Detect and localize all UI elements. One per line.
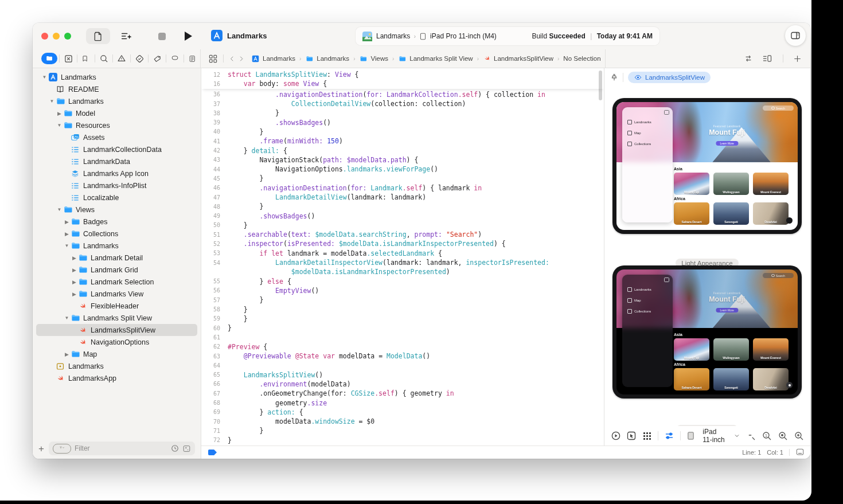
chevron-down-icon[interactable] bbox=[734, 433, 740, 438]
landmark-card[interactable]: Sahara Desert bbox=[674, 202, 709, 225]
search-field[interactable]: Search bbox=[763, 106, 794, 111]
code-line[interactable]: 66 .environment(modelData) bbox=[201, 380, 604, 389]
scheme-selector[interactable]: Landmarks › iPad Pro 11-inch (M4) Build … bbox=[356, 27, 659, 45]
app-sidebar-item[interactable]: Map bbox=[627, 131, 673, 135]
map-floating-button[interactable] bbox=[786, 382, 793, 388]
ipad-preview-dark[interactable]: Featured LandmarkMount FujiLearn MoreSea… bbox=[612, 265, 802, 398]
swap-editor-icon[interactable] bbox=[743, 54, 754, 62]
selectable-mode-icon[interactable] bbox=[627, 431, 636, 440]
code-line[interactable]: 69 } action: { bbox=[201, 408, 604, 417]
build-status[interactable]: Build Succeeded | Today at 9:41 AM bbox=[532, 32, 653, 40]
source-control-status-icon[interactable] bbox=[182, 445, 191, 452]
code-line[interactable]: 37 CollectionDetailView(collection: coll… bbox=[201, 99, 604, 108]
disclosure-right-icon[interactable]: ▶ bbox=[71, 279, 78, 285]
navigator-item-landmarks[interactable]: ▼Landmarks bbox=[36, 240, 197, 252]
navigator-item-landmark-detail[interactable]: ▶Landmark Detail bbox=[36, 252, 197, 264]
breadcrumb-item[interactable]: No Selection bbox=[563, 55, 600, 62]
navigator-item-landmark-grid[interactable]: ▶Landmark Grid bbox=[36, 264, 197, 276]
landmark-card[interactable]: Sahara Desert bbox=[674, 368, 709, 390]
code-line[interactable]: 64 bbox=[201, 361, 604, 370]
sidebar-toggle-icon[interactable] bbox=[664, 110, 669, 115]
navigator-tab-find[interactable] bbox=[97, 53, 111, 64]
navigator-item-landmarkdata[interactable]: LandmarkData bbox=[36, 155, 197, 167]
inspector-toggle-button[interactable] bbox=[785, 25, 806, 46]
code-line[interactable]: 56 EmptyView() bbox=[201, 286, 604, 295]
breadcrumb-item[interactable]: Landmarks bbox=[305, 54, 349, 63]
navigator-item-localizable[interactable]: Localizable bbox=[36, 192, 197, 204]
ipad-preview-light[interactable]: Featured LandmarkMount FujiLearn MoreSea… bbox=[612, 98, 802, 234]
disclosure-down-icon[interactable]: ▼ bbox=[56, 123, 63, 128]
code-line[interactable]: 60} bbox=[201, 323, 604, 333]
breadcrumb-item[interactable]: Landmarks bbox=[251, 54, 295, 63]
zoom-out-icon[interactable] bbox=[746, 431, 755, 440]
navigator-item-resources[interactable]: ▼Resources bbox=[36, 119, 197, 131]
editor-options-icon[interactable] bbox=[762, 54, 772, 63]
navigator-item-landmarkssplitview[interactable]: LandmarksSplitView bbox=[36, 324, 197, 336]
disclosure-right-icon[interactable]: ▶ bbox=[71, 267, 78, 273]
app-sidebar-item[interactable]: Collections bbox=[627, 309, 673, 314]
code-line[interactable]: 61 bbox=[201, 333, 604, 342]
disclosure-down-icon[interactable]: ▼ bbox=[48, 99, 56, 104]
navigator-tab-tests[interactable] bbox=[132, 53, 146, 64]
sidebar-toggle-icon[interactable] bbox=[664, 278, 669, 282]
add-file-button[interactable]: + bbox=[38, 444, 44, 454]
code-line[interactable]: 51 .searchable(text: $modelData.searchSt… bbox=[201, 230, 604, 239]
landmark-card[interactable]: Wulingyuan bbox=[713, 173, 749, 195]
navigator-item-model[interactable]: ▶Model bbox=[36, 107, 197, 119]
zoom-fit-icon[interactable] bbox=[778, 431, 787, 440]
search-field[interactable]: Search bbox=[763, 273, 794, 278]
code-line[interactable]: 72} bbox=[201, 436, 604, 445]
zoom-100-icon[interactable]: 1 bbox=[762, 431, 771, 440]
learn-more-button[interactable]: Learn More bbox=[716, 141, 738, 146]
code-line[interactable]: 71 } bbox=[201, 426, 604, 435]
code-line[interactable]: 49 .showsBadges() bbox=[201, 211, 604, 220]
add-editor-icon[interactable] bbox=[794, 55, 801, 62]
code-line[interactable]: 48 } bbox=[201, 202, 604, 211]
navigator-item-assets[interactable]: Assets bbox=[36, 131, 197, 143]
disclosure-down-icon[interactable]: ▼ bbox=[41, 75, 48, 80]
navigator-tab-issues[interactable] bbox=[115, 53, 128, 64]
back-button[interactable] bbox=[229, 55, 235, 62]
navigator-tab-breakpoints[interactable] bbox=[168, 53, 182, 64]
map-floating-button[interactable] bbox=[786, 217, 793, 224]
code-line[interactable]: 59 } bbox=[201, 314, 604, 323]
zoom-in-icon[interactable] bbox=[794, 431, 803, 440]
code-editor[interactable]: 12struct LandmarksSplitView: View {16 va… bbox=[201, 68, 604, 446]
minimize-window-button[interactable] bbox=[53, 33, 60, 40]
preview-tab[interactable]: LandmarksSplitView bbox=[628, 72, 711, 83]
app-sidebar-item[interactable]: Collections bbox=[627, 142, 673, 146]
intelligence-button[interactable] bbox=[119, 28, 134, 44]
code-line[interactable]: 43 NavigationStack(path: $modelData.path… bbox=[201, 155, 604, 165]
code-line[interactable]: 70 modelData.windowSize = $0 bbox=[201, 417, 604, 426]
navigator-item-collections[interactable]: ▶Collections bbox=[36, 228, 197, 240]
code-line[interactable]: 47 LandmarkDetailView(landmark: landmark… bbox=[201, 193, 604, 202]
navigator-item-landmarks[interactable]: ▼Landmarks bbox=[36, 95, 197, 107]
landmark-card[interactable]: Mount Fuji bbox=[674, 173, 709, 195]
scheme-destination-label[interactable]: iPad Pro 11-inch (M4) bbox=[430, 32, 497, 40]
landmark-card[interactable]: Serengeti bbox=[713, 202, 749, 225]
preview-device-label[interactable]: iPad 11-inch bbox=[702, 428, 728, 444]
app-sidebar-item[interactable]: Landmarks bbox=[627, 287, 673, 292]
document-tabs-button[interactable] bbox=[86, 28, 110, 44]
code-line[interactable]: 36 .navigationDestination(for: LandmarkC… bbox=[201, 90, 604, 99]
code-line[interactable]: 16 var body: some View { bbox=[201, 79, 604, 88]
disclosure-right-icon[interactable]: ▶ bbox=[71, 255, 78, 261]
code-line[interactable]: 41 .frame(minWidth: 150) bbox=[201, 136, 604, 146]
disclosure-down-icon[interactable]: ▼ bbox=[56, 207, 63, 212]
disclosure-right-icon[interactable]: ▶ bbox=[56, 111, 63, 116]
disclosure-right-icon[interactable]: ▶ bbox=[63, 219, 71, 225]
code-line[interactable]: 44 NavigationOptions.landmarks.viewForPa… bbox=[201, 165, 604, 174]
navigator-item-landmarks-app-icon[interactable]: Landmarks App Icon bbox=[36, 167, 197, 179]
navigator-tab-debug[interactable] bbox=[150, 53, 164, 64]
breadcrumb-item[interactable]: Views bbox=[359, 54, 388, 63]
code-line[interactable]: 68 geometry.size bbox=[201, 398, 604, 407]
code-line[interactable]: 63 @Previewable @State var modelData = M… bbox=[201, 351, 604, 361]
landmark-card[interactable]: Mount Everest bbox=[753, 338, 789, 361]
navigator-item-landmarkcollectiondata[interactable]: LandmarkCollectionData bbox=[36, 143, 197, 155]
landmark-card[interactable]: Serengeti bbox=[713, 368, 749, 390]
navigator-item-landmarks-view[interactable]: ▶Landmarks View bbox=[36, 288, 197, 300]
code-line[interactable]: 46 .navigationDestination(for: Landmark.… bbox=[201, 183, 604, 193]
navigator-item-landmarks[interactable]: Landmarks bbox=[36, 360, 197, 372]
breakpoint-icon[interactable] bbox=[208, 450, 217, 455]
code-line[interactable]: 57 } bbox=[201, 295, 604, 304]
